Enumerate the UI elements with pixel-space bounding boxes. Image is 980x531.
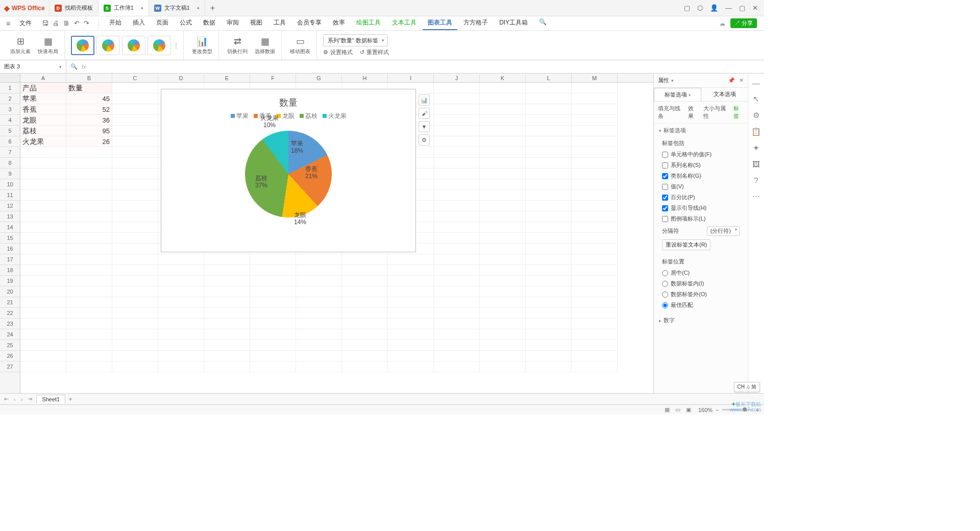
cell[interactable] [66, 351, 112, 361]
window-close-icon[interactable]: ✕ [752, 4, 758, 12]
cell[interactable] [204, 297, 250, 308]
zoom-fx-icon[interactable]: 🔍 [70, 63, 78, 70]
cube-icon[interactable]: ⬡ [697, 4, 703, 12]
chk-percent[interactable]: 百分比(P) [659, 192, 743, 203]
cell[interactable] [112, 211, 158, 222]
row-header-2[interactable]: 2 [0, 93, 20, 104]
cell[interactable] [572, 190, 618, 201]
cell[interactable] [526, 297, 572, 308]
col-header-A[interactable]: A [20, 74, 66, 82]
cell[interactable] [158, 308, 204, 319]
row-header-22[interactable]: 22 [0, 308, 20, 319]
select-data-button[interactable]: ▦选择数据 [253, 35, 277, 56]
cell[interactable] [20, 308, 66, 319]
cell[interactable] [526, 361, 572, 372]
cell[interactable] [572, 93, 618, 104]
cell[interactable] [480, 115, 526, 126]
cell[interactable] [20, 211, 66, 222]
cell[interactable] [526, 340, 572, 351]
select-all-corner[interactable] [0, 74, 20, 83]
legend-item[interactable]: 苹果 [231, 112, 249, 120]
ime-indicator[interactable]: CH ♫ 简 [734, 382, 761, 392]
cell[interactable] [434, 168, 480, 179]
cell[interactable] [434, 233, 480, 244]
cell[interactable] [112, 286, 158, 297]
cell[interactable] [572, 136, 618, 147]
search-icon[interactable]: 🔍 [534, 16, 552, 30]
cell[interactable] [112, 351, 158, 361]
cell[interactable] [296, 340, 342, 351]
col-header-E[interactable]: E [204, 74, 250, 82]
subtab-label[interactable]: 标签 [733, 105, 744, 120]
cell[interactable] [112, 190, 158, 201]
cell[interactable]: 荔枝 [20, 126, 66, 136]
sheet-nav-first[interactable]: ⇤ [3, 396, 10, 402]
row-header-9[interactable]: 9 [0, 168, 20, 179]
cell[interactable] [66, 190, 112, 201]
cell[interactable]: 苹果 [20, 93, 66, 104]
cell[interactable] [480, 329, 526, 340]
cell[interactable] [66, 211, 112, 222]
cell[interactable] [480, 211, 526, 222]
cell[interactable] [480, 158, 526, 168]
cell[interactable] [20, 201, 66, 211]
cell[interactable] [296, 286, 342, 297]
cell[interactable] [250, 340, 296, 351]
cell[interactable] [112, 126, 158, 136]
cell[interactable] [204, 254, 250, 265]
cell[interactable] [342, 361, 388, 372]
pie-chart[interactable]: 苹果18% 香蕉21% 龙眼14% 荔枝37% 火龙果10% [245, 131, 332, 218]
row-header-1[interactable]: 1 [0, 83, 20, 93]
cell[interactable] [526, 83, 572, 93]
cell[interactable] [572, 329, 618, 340]
cell[interactable] [66, 361, 112, 372]
row-header-20[interactable]: 20 [0, 286, 20, 297]
cell[interactable] [250, 265, 296, 276]
cell[interactable] [66, 286, 112, 297]
cell[interactable] [112, 93, 158, 104]
cell[interactable] [480, 126, 526, 136]
rail-settings-icon[interactable]: ⚙ [753, 111, 760, 120]
cell[interactable] [388, 286, 434, 297]
cell[interactable] [434, 297, 480, 308]
cell[interactable] [296, 254, 342, 265]
cell[interactable] [388, 319, 434, 329]
cell[interactable] [572, 83, 618, 93]
rail-image-icon[interactable]: 🖼 [752, 160, 760, 168]
section-toggle[interactable]: 标签选项 [659, 127, 743, 134]
col-header-B[interactable]: B [66, 74, 112, 82]
row-header-18[interactable]: 18 [0, 265, 20, 276]
cell[interactable] [204, 319, 250, 329]
cell[interactable] [572, 126, 618, 136]
hamburger-icon[interactable]: ≡ [3, 19, 13, 28]
cell[interactable] [480, 136, 526, 147]
tab-efficiency[interactable]: 效率 [328, 16, 350, 30]
rad-bestfit[interactable]: 最佳匹配 [659, 300, 743, 310]
col-header-F[interactable]: F [250, 74, 296, 82]
cell[interactable]: 36 [66, 115, 112, 126]
cell[interactable] [480, 286, 526, 297]
cell[interactable] [526, 179, 572, 190]
cell[interactable] [480, 168, 526, 179]
cell[interactable] [66, 244, 112, 254]
cell[interactable] [66, 233, 112, 244]
file-menu[interactable]: 文件 [15, 19, 36, 28]
tab-fangfang[interactable]: 方方格子 [458, 16, 493, 30]
cell[interactable] [204, 308, 250, 319]
cell[interactable] [526, 115, 572, 126]
cell[interactable] [20, 244, 66, 254]
cell[interactable] [158, 351, 204, 361]
view-normal-icon[interactable]: ▦ [663, 406, 672, 413]
row-header-23[interactable]: 23 [0, 319, 20, 329]
cell[interactable] [480, 222, 526, 233]
cell[interactable] [526, 201, 572, 211]
cell[interactable]: 95 [66, 126, 112, 136]
cell[interactable]: 火龙果 [20, 136, 66, 147]
redo-icon[interactable]: ↷ [84, 19, 89, 27]
undo-icon[interactable]: ↶ [74, 19, 80, 27]
legend-item[interactable]: 龙眼 [277, 112, 295, 120]
cell[interactable] [204, 276, 250, 286]
chart-title[interactable]: 数量 [161, 89, 415, 109]
rail-cursor-icon[interactable]: ↖ [753, 94, 760, 104]
tab-view[interactable]: 视图 [245, 16, 267, 30]
